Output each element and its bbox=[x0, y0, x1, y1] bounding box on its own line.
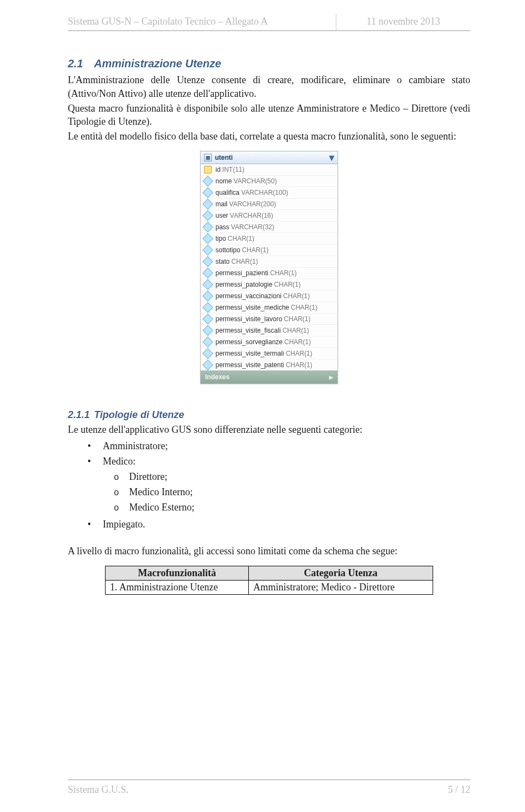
indexes-label: Indexes bbox=[205, 373, 230, 381]
entity-column: permessi_visite_fiscali CHAR(1) bbox=[201, 324, 337, 336]
entity-column: qualifica VARCHAR(100) bbox=[201, 187, 337, 198]
category-list: Amministratore; Medico: bbox=[68, 439, 470, 469]
column-type: CHAR(1) bbox=[228, 235, 254, 242]
column-name: tipo bbox=[215, 235, 226, 242]
entity-column: permessi_sorveglianze CHAR(1) bbox=[201, 336, 337, 347]
column-name: permessi_visite_lavoro bbox=[215, 315, 282, 323]
table-header: Macrofunzionalità bbox=[106, 566, 249, 581]
footer-divider bbox=[68, 779, 470, 780]
section-title: Amministrazione Utenze bbox=[94, 57, 221, 69]
column-icon bbox=[202, 279, 213, 290]
column-name: sottotipo bbox=[215, 246, 240, 254]
section-number: 2.1 bbox=[68, 57, 94, 70]
footer-left: Sistema G.U.S. bbox=[68, 784, 448, 796]
column-name: permessi_visite_patenti bbox=[215, 361, 284, 369]
column-icon bbox=[202, 337, 213, 347]
medico-sublist: Direttore; Medico Interno; Medico Estern… bbox=[68, 469, 470, 515]
column-type: CHAR(1) bbox=[242, 246, 269, 254]
column-type: CHAR(1) bbox=[291, 304, 318, 311]
column-icon bbox=[202, 222, 213, 233]
column-type: INT(11) bbox=[222, 166, 244, 173]
section-2-1-heading: 2.1Amministrazione Utenze bbox=[68, 57, 470, 70]
column-icon bbox=[202, 210, 213, 221]
entity-column: permessi_visite_patenti CHAR(1) bbox=[201, 359, 337, 370]
column-name: id bbox=[215, 166, 220, 173]
section-2-1-1-heading: 2.1.1Tipologie di Utenze bbox=[68, 409, 470, 421]
entity-column: id INT(11) bbox=[201, 164, 337, 175]
list-item: Medico Esterno; bbox=[68, 500, 470, 515]
list-item: Medico: bbox=[68, 454, 470, 469]
footer-right: 5 / 12 bbox=[448, 784, 470, 796]
column-icon bbox=[202, 245, 213, 256]
column-icon bbox=[202, 176, 213, 187]
column-name: permessi_pazienti bbox=[215, 269, 269, 277]
section-number: 2.1.1 bbox=[68, 409, 94, 421]
entity-column: permessi_patologie CHAR(1) bbox=[201, 279, 337, 290]
header-right: 11 novembre 2013 bbox=[336, 14, 470, 31]
column-type: CHAR(1) bbox=[270, 269, 297, 277]
table-header-row: Macrofunzionalità Categoria Utenza bbox=[106, 566, 433, 581]
column-icon bbox=[202, 199, 213, 210]
entity-column: user VARCHAR(16) bbox=[201, 210, 337, 221]
entity-title-bar: ▦ utenti ▾ bbox=[201, 152, 337, 164]
category-list-cont: Impiegato. bbox=[68, 517, 470, 532]
macro-table: Macrofunzionalità Categoria Utenza 1. Am… bbox=[105, 566, 433, 595]
table-row: 1. Amministrazione Utenze Amministratore… bbox=[106, 581, 433, 595]
entity-column: permessi_visite_lavoro CHAR(1) bbox=[201, 313, 337, 324]
column-icon bbox=[202, 302, 213, 313]
column-icon bbox=[202, 233, 213, 244]
page-footer: Sistema G.U.S. 5 / 12 bbox=[68, 784, 470, 796]
column-icon bbox=[202, 268, 213, 279]
entity-utenti: ▦ utenti ▾ id INT(11)nome VARCHAR(50)qua… bbox=[200, 151, 338, 384]
table-header: Categoria Utenza bbox=[249, 566, 433, 581]
table-cell: 1. Amministrazione Utenze bbox=[106, 581, 249, 595]
column-type: CHAR(1) bbox=[285, 361, 312, 369]
column-name: mail bbox=[215, 200, 228, 208]
column-name: permessi_visite_mediche bbox=[215, 304, 289, 311]
entity-diagram: ▦ utenti ▾ id INT(11)nome VARCHAR(50)qua… bbox=[68, 151, 470, 384]
section-2-1-1-intro: Le utenze dell'applicativo GUS sono diff… bbox=[68, 423, 470, 437]
column-type: CHAR(1) bbox=[284, 315, 311, 323]
column-type: CHAR(1) bbox=[274, 281, 301, 288]
column-type: VARCHAR(50) bbox=[234, 177, 277, 185]
column-type: VARCHAR(32) bbox=[231, 223, 274, 231]
entity-name: utenti bbox=[215, 154, 233, 161]
table-icon: ▦ bbox=[204, 154, 212, 161]
column-icon bbox=[202, 256, 213, 267]
chevron-down-icon: ▾ bbox=[329, 154, 334, 161]
column-name: permessi_vaccinazioni bbox=[215, 292, 282, 300]
column-type: CHAR(1) bbox=[285, 350, 312, 357]
column-type: CHAR(1) bbox=[283, 292, 310, 300]
column-name: permessi_visite_termali bbox=[215, 350, 284, 357]
entity-column: stato CHAR(1) bbox=[201, 256, 337, 267]
section-2-1-p2: Questa macro funzionalità è disponibile … bbox=[68, 102, 470, 129]
column-icon bbox=[202, 187, 213, 198]
column-icon bbox=[202, 291, 213, 301]
column-icon bbox=[202, 359, 213, 370]
column-icon bbox=[202, 314, 213, 324]
entity-column: permessi_visite_termali CHAR(1) bbox=[201, 347, 337, 359]
column-name: permessi_visite_fiscali bbox=[215, 327, 281, 334]
chevron-right-icon: ▸ bbox=[329, 373, 333, 381]
list-item: Medico Interno; bbox=[68, 485, 470, 500]
section-title: Tipologie di Utenze bbox=[94, 409, 184, 420]
column-name: pass bbox=[215, 223, 229, 231]
section-2-1-p3: Le entità del modello fisico della base … bbox=[68, 130, 470, 143]
column-type: CHAR(1) bbox=[231, 258, 258, 265]
entity-column: pass VARCHAR(32) bbox=[201, 221, 337, 233]
key-icon bbox=[204, 166, 212, 173]
list-item: Amministratore; bbox=[68, 439, 470, 454]
column-type: VARCHAR(16) bbox=[230, 212, 273, 219]
entity-column: nome VARCHAR(50) bbox=[201, 175, 337, 187]
entity-column: tipo CHAR(1) bbox=[201, 233, 337, 244]
list-item: Direttore; bbox=[68, 469, 470, 485]
entity-indexes-bar: Indexes ▸ bbox=[201, 370, 337, 384]
page-header: Sistema GUS-N – Capitolato Tecnico – All… bbox=[68, 14, 470, 31]
column-name: stato bbox=[215, 258, 230, 265]
column-name: permessi_patologie bbox=[215, 281, 272, 288]
section-2-1-1-after: A livello di macro funzionalità, gli acc… bbox=[68, 544, 470, 558]
entity-column: permessi_vaccinazioni CHAR(1) bbox=[201, 290, 337, 301]
column-name: user bbox=[215, 212, 228, 219]
column-type: CHAR(1) bbox=[284, 338, 311, 346]
column-type: VARCHAR(200) bbox=[229, 200, 276, 208]
